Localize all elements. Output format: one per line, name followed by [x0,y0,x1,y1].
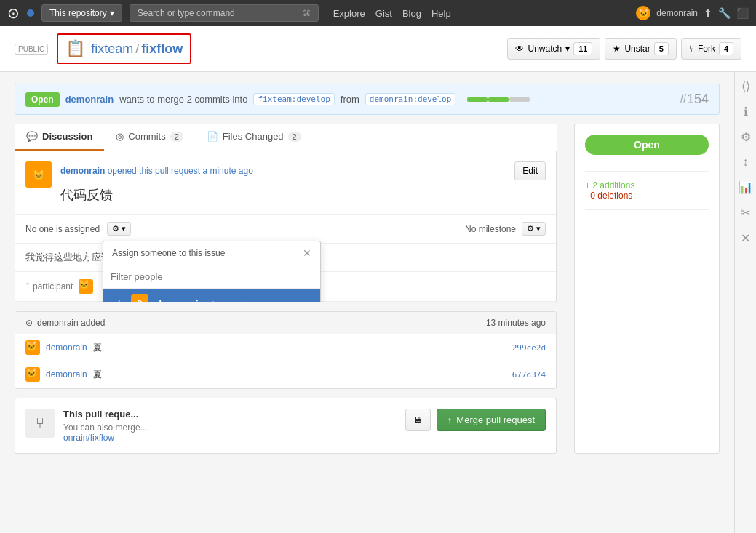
pr-number: #154 [680,92,709,107]
pr-target-branch[interactable]: fixteam:develop [253,93,334,105]
comment-opened-text: opened this pull request a minute ago [108,166,253,176]
blog-link[interactable]: Blog [402,8,421,19]
repo-actions: 👁 Unwatch ▾ 11 ★ Unstar 5 ⑂ Fork 4 [507,38,741,60]
commit-avatar-1: 🐱 [25,367,40,382]
assign-dropdown: Assign someone to this issue ✕ ✓ D demon… [103,241,321,302]
unstar-button[interactable]: ★ Unstar 5 [605,38,676,60]
pr-deletions: - 0 deletions [585,191,709,201]
two-col-layout: 💬 Discussion ◎ Commits 2 📄 Files Changed… [15,124,720,454]
commit-author-1: demonrain [46,369,87,380]
user-avatar[interactable]: 🐱 [636,6,650,20]
comment-author-avatar: 🐱 [25,161,52,188]
open-badge: Open [25,92,60,107]
eye-icon: 👁 [515,44,524,54]
pr-additions: + 2 additions [585,180,709,191]
merge-title: This pull reque... [63,409,397,420]
assign-person-demonrain[interactable]: ✓ D demonrain demonrain [103,289,320,302]
chart-icon[interactable]: 📊 [739,180,753,194]
pr-title: 代码反馈 [60,186,546,204]
merge-content: This pull reque... You can also merge...… [63,409,397,443]
files-icon: 📄 [207,131,218,142]
pr-body: 🐱 demonrain opened this pull request a m… [15,151,557,302]
info-icon[interactable]: ℹ [744,105,748,119]
assignee-gear-button[interactable]: ⚙ ▾ [107,222,131,236]
repo-owner[interactable]: fixteam [91,41,133,56]
repo-name[interactable]: fixflow [141,41,183,56]
assign-avatar-demonrain: D [131,294,148,302]
navbar-links: Explore Gist Blog Help [333,8,451,19]
unstar-count: 5 [654,42,669,55]
commits-icon: ◎ [116,131,124,142]
milestone-gear-button[interactable]: ⚙ ▾ [522,222,546,236]
merge-btn-area: 🖥 ↑ Merge pull request [405,409,546,431]
unwatch-count: 11 [573,42,592,55]
repo-scope-button[interactable]: This repository ▾ [41,4,122,22]
tab-commits[interactable]: ◎ Commits 2 [104,124,194,151]
wrench-icon[interactable]: 🔧 [718,7,731,19]
commits-area: ⊙ demonrain added 13 minutes ago 🐱 demon… [15,311,557,389]
no-milestone-label: No milestone [465,224,516,234]
participant-avatar-demonrain: 🐱 [79,279,93,294]
gear-settings-icon[interactable]: ⚙ [741,130,751,144]
merge-arrow-icon: ↑ [447,414,453,425]
pr-from-text: from [341,94,359,105]
pr-stats-section: + 2 additions - 0 deletions [585,180,709,210]
merge-area: ⑂ This pull reque... You can also merge.… [15,398,557,454]
merge-btn-label: Merge pull request [456,414,535,425]
tab-commits-label: Commits [128,131,165,142]
assign-username-secondary-demonrain: demonrain [210,300,247,303]
assignee-section: No one is assigned ⚙ ▾ Assign someone to… [15,215,556,244]
close-sidebar-icon[interactable]: ✕ [741,231,750,245]
fork-button[interactable]: ⑂ Fork 4 [681,38,741,60]
navbar-right: 🐱 demonrain ⬆ 🔧 ⬛ [636,6,749,20]
commit-author-0: demonrain [46,342,87,353]
table-row: 🐱 demonrain 夏 299ce2d [15,334,556,361]
assign-dropdown-title: Assign someone to this issue [112,248,225,258]
assign-dropdown-close-button[interactable]: ✕ [303,247,311,259]
help-link[interactable]: Help [431,8,451,19]
pr-progress [467,97,530,102]
tab-discussion-label: Discussion [42,131,92,142]
fork-count: 4 [719,42,733,55]
merge-display-button[interactable]: 🖥 [405,409,431,431]
commit-hash-1[interactable]: 677d374 [512,370,546,380]
comment-author-name[interactable]: demonrain [60,166,105,176]
commits-author: demonrain added [37,318,105,328]
scissors-icon[interactable]: ✂ [741,206,750,220]
merge-pull-request-button[interactable]: ↑ Merge pull request [437,409,546,431]
commit-hash-0[interactable]: 299ce2d [512,343,546,353]
pr-source-branch[interactable]: demonrain:develop [365,93,456,105]
pr-comment-content: demonrain opened this pull request a min… [60,161,546,204]
no-assignee-label: No one is assigned [25,224,100,234]
participants-label: 1 participant [25,281,73,292]
search-input[interactable]: Search or type command ⌘ [130,4,319,22]
content-area: Open demonrain wants to merge 2 commits … [0,72,734,533]
upload-icon[interactable]: ⬆ [704,7,712,19]
commits-header: ⊙ demonrain added 13 minutes ago [15,312,556,334]
repo-title-area: 📋 fixteam/fixflow [57,33,191,64]
pr-right-panel: Open + 2 additions - 0 deletions [574,124,720,454]
commit-avatar-0: 🐱 [25,340,40,355]
tab-discussion[interactable]: 💬 Discussion [15,124,104,151]
progress-segment-green2 [488,97,509,102]
chevron-down-icon: ▾ [122,224,126,233]
expand-icon[interactable]: ↕ [743,156,749,169]
edit-button[interactable]: Edit [514,161,546,180]
assign-filter-input[interactable] [103,265,320,289]
assign-username-demonrain: demonrain [156,298,204,303]
sign-out-icon[interactable]: ⬛ [736,7,749,19]
public-badge: PUBLIC [15,44,48,55]
repo-full-name: fixteam/fixflow [91,41,183,57]
commit-message-0: 夏 [93,342,506,354]
unwatch-button[interactable]: 👁 Unwatch ▾ 11 [507,38,600,60]
gear-icon: ⚙ [112,224,119,233]
merge-branch-text: onrain/fixflow [63,433,397,443]
merge-subtitle: You can also merge... [63,422,397,433]
chevron-down-icon: ▾ [110,8,114,18]
code-icon[interactable]: ⟨⟩ [741,79,750,93]
discussion-icon: 💬 [26,131,38,142]
explore-link[interactable]: Explore [333,8,365,19]
right-sidebar: ⟨⟩ ℹ ⚙ ↕ 📊 ✂ ✕ [734,72,756,533]
gist-link[interactable]: Gist [375,8,392,19]
tab-files-changed[interactable]: 📄 Files Changed 2 [195,124,313,151]
